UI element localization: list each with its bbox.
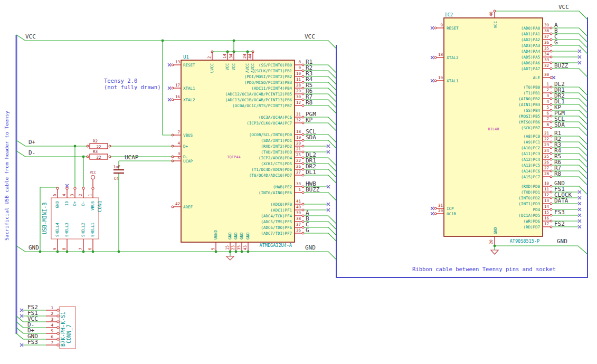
note-teensy-line1[interactable]: Teensy 2.0 xyxy=(104,78,137,84)
pin-row[interactable]: 4 ID xyxy=(62,184,69,206)
ic2-pb-pins[interactable]: (T0)PB0 1 DL2 (T1)PB1 2 DR1 (AIN0)PB2 xyxy=(518,81,587,136)
pin-number: 39 xyxy=(296,210,301,215)
pin-row[interactable]: 4 D- xyxy=(16,321,59,329)
vcc-power-symbol[interactable]: VCC xyxy=(90,170,96,187)
no-connect-icon xyxy=(327,185,330,188)
pin-row[interactable]: 6 SHELL1 xyxy=(88,223,95,252)
component-value[interactable]: USB-MINI-B xyxy=(42,203,48,234)
component-package[interactable]: DIL40 xyxy=(488,127,499,131)
net-label-gnd-left[interactable]: GND xyxy=(29,244,39,251)
net-label[interactable]: R8 xyxy=(306,99,312,106)
pin-end-circle xyxy=(302,145,304,147)
net-label-ucap[interactable]: UCAP xyxy=(125,154,139,161)
component-ref[interactable]: U1 xyxy=(183,54,189,60)
ic2-pa-pins[interactable]: (AD0)PA0 39 A (AD1)PA1 38 B (AD2)PA2 xyxy=(521,22,587,77)
net-label-vcc-right[interactable]: VCC xyxy=(305,33,315,40)
schematic-canvas[interactable]: U1 ATMEGA32U4-A TQFP44 (SS/PCINT0)PB0 8 … xyxy=(0,0,597,364)
component-ref[interactable]: IC2 xyxy=(444,12,453,17)
con1-symbol[interactable]: USB-MINI-B CON1 5 GND 4 ID 3 D+ xyxy=(42,170,102,252)
wire-to-bus[interactable] xyxy=(552,45,587,54)
net-label-gnd-right[interactable]: GND xyxy=(305,244,316,251)
net-label-vcc-left[interactable]: VCC xyxy=(25,33,36,40)
net-label-gnd-ic2[interactable]: GND xyxy=(557,238,567,245)
component-ref[interactable]: R3 xyxy=(93,149,98,154)
pin-row[interactable]: 7 FS3 xyxy=(20,339,59,347)
net-label[interactable]: BUZZ xyxy=(554,62,568,69)
note-ribbon[interactable]: Ribbon cable between Teensy pins and soc… xyxy=(412,266,556,272)
component-value[interactable]: AT90S8515-P xyxy=(510,238,539,244)
component-value[interactable]: 1uF xyxy=(113,165,120,169)
pin-row[interactable]: 9 SHELL4 xyxy=(52,222,60,252)
pin-number: 22 xyxy=(296,158,301,163)
pin-number: 39 xyxy=(544,23,549,27)
pin-number: 2 xyxy=(207,56,212,59)
net-label[interactable]: G xyxy=(554,39,558,46)
ic2-pd-pins[interactable]: (RXD)PD0 10 GND (TXD)PD1 11 FS1 (INT0)PD… xyxy=(518,180,587,229)
pin-end-circle xyxy=(550,164,552,166)
wire-to-bus[interactable] xyxy=(16,328,23,333)
net-label[interactable]: DL1 xyxy=(306,169,316,176)
pin-name: (TXD)PD1 xyxy=(521,190,540,195)
component-value[interactable]: 22 xyxy=(96,155,101,160)
con1-top-pins[interactable]: 5 GND 4 ID 3 D+ 2 D- xyxy=(52,184,95,210)
wire-to-bus[interactable] xyxy=(16,322,23,328)
component-ref[interactable]: CON1 xyxy=(97,200,102,212)
no-connect-icon xyxy=(578,61,581,64)
c4-symbol[interactable]: 1uF C4 xyxy=(113,165,124,181)
u1-pf-pins[interactable]: (ADC0)PF0 41 (ADC1)PF1 40 (ADC4/TCK)PF4 xyxy=(261,199,336,241)
pin-row[interactable]: 2 FS1 xyxy=(20,310,59,318)
conn7-pins[interactable]: 1 FS2 2 FS1 3 VCC xyxy=(16,304,59,347)
note-teensy-line2[interactable]: (not fully drawn) xyxy=(104,84,160,90)
pin-name: (ADC0)PF0 xyxy=(270,202,292,207)
net-label[interactable]: SDA xyxy=(554,121,565,128)
pin-name: (T1/OC4D/ADC9)PD6 xyxy=(251,167,292,172)
wire-to-bus[interactable] xyxy=(16,333,23,339)
net-label-dminus[interactable]: D- xyxy=(29,149,35,156)
component-ref[interactable]: C4 xyxy=(114,176,119,181)
u1-symbol[interactable]: U1 ATMEGA32U4-A TQFP44 (SS/PCINT0)PB0 8 … xyxy=(168,51,336,252)
component-value[interactable]: B7K-PH-K-S1 xyxy=(60,312,66,347)
pin-end-circle xyxy=(302,168,304,170)
net-label[interactable]: KP xyxy=(306,117,313,123)
pin-end-circle xyxy=(302,186,304,188)
pin-number: 38 xyxy=(296,216,301,221)
net-label[interactable]: BUZZ xyxy=(306,186,320,193)
pin-number: 22 xyxy=(544,137,549,141)
pin-row[interactable]: 3 D+ xyxy=(70,187,77,206)
component-value[interactable]: 22 xyxy=(96,145,101,149)
component-value[interactable]: ATMEGA32U4-A xyxy=(260,243,292,248)
pin-row[interactable]: 2 D- xyxy=(78,187,86,206)
wire-to-bus[interactable] xyxy=(304,233,336,241)
pin-number: 20 xyxy=(296,141,301,146)
wire-to-bus[interactable] xyxy=(552,69,587,77)
net-label-dplus[interactable]: D+ xyxy=(29,139,36,146)
net-label[interactable]: FS2 xyxy=(554,221,565,227)
component-ref[interactable]: R2 xyxy=(93,139,98,143)
net-label[interactable]: DATA xyxy=(554,197,568,204)
net-label[interactable]: R8 xyxy=(554,170,561,177)
ic2-pc-pins[interactable]: (A8)PC0 21 R1 (A9)PC1 22 R2 (A10)PC2 xyxy=(521,130,587,185)
net-label-vcc-ic2[interactable]: VCC xyxy=(558,4,569,11)
conn7-symbol[interactable]: B7K-PH-K-S1 CONN_7 1 FS2 2 FS1 xyxy=(16,304,75,349)
note-left-vertical[interactable]: Sacrificial USB cable from header to Tee… xyxy=(4,111,10,241)
component-package[interactable]: TQFP44 xyxy=(227,155,240,159)
component-ref[interactable]: CONN_7 xyxy=(66,324,72,343)
pin-row[interactable]: 1 FS2 xyxy=(20,304,59,312)
pin-row[interactable]: 8 SHELL3 xyxy=(62,223,69,252)
net-label[interactable]: G xyxy=(306,227,309,234)
pin-name: (A15)PC7 xyxy=(521,175,540,179)
pin-row[interactable]: 7 SHELL2 xyxy=(78,223,86,252)
net-label[interactable]: FS3 xyxy=(554,209,565,216)
wire-to-bus[interactable] xyxy=(304,140,336,148)
pin-row[interactable]: 1 VBUS xyxy=(88,187,95,210)
wire-to-bus[interactable] xyxy=(304,193,336,200)
no-connect-icon xyxy=(431,26,434,30)
net-label[interactable]: FS3 xyxy=(27,339,38,346)
pin-number: 10 xyxy=(296,71,301,76)
r3-symbol[interactable]: R3 22 xyxy=(87,149,111,160)
pin-row[interactable]: 3 VCC xyxy=(16,315,59,323)
ic2-symbol[interactable]: IC2 AT90S8515-P DIL40 40 VCC 20 GND RESE… xyxy=(431,10,587,245)
net-label[interactable]: SDA xyxy=(306,134,316,141)
con1-bottom-pins[interactable]: 9 SHELL4 8 SHELL3 7 SHELL2 6 SHELL1 xyxy=(52,222,95,252)
r2-symbol[interactable]: R2 22 xyxy=(87,139,111,149)
